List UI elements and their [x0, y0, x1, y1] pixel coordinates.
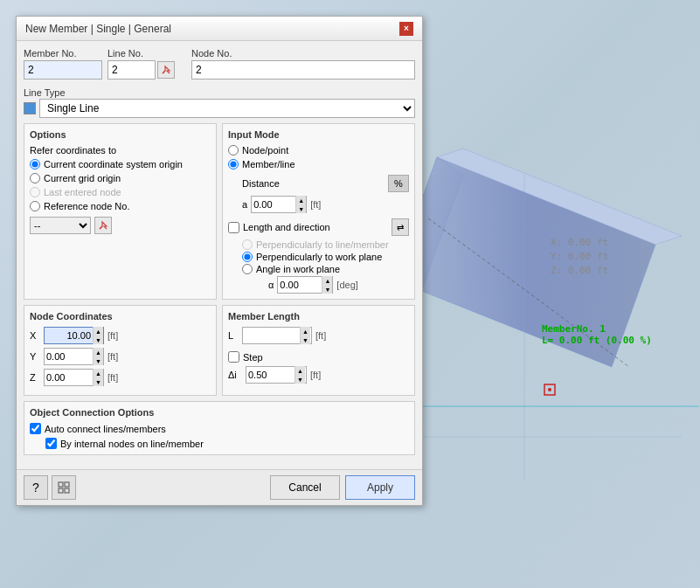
- x-up-arrow[interactable]: ▲: [93, 327, 103, 336]
- x-axis-label: X: [30, 330, 40, 341]
- z-down-arrow[interactable]: ▼: [93, 377, 103, 386]
- alpha-spinbox[interactable]: ▲ ▼: [277, 276, 333, 294]
- y-value-input[interactable]: [45, 349, 93, 364]
- apply-button[interactable]: Apply: [345, 475, 415, 500]
- y-down-arrow[interactable]: ▼: [93, 356, 103, 365]
- radio-angle-plane[interactable]: Angle in work plane: [242, 264, 409, 274]
- auto-connect-checkbox[interactable]: [30, 423, 41, 434]
- radio-ref-node[interactable]: Reference node No.: [30, 201, 211, 211]
- y-axis-label: Y: [30, 351, 40, 362]
- x-unit: [ft]: [107, 330, 118, 341]
- alpha-down-arrow[interactable]: ▼: [322, 285, 332, 294]
- alpha-up-arrow[interactable]: ▲: [322, 276, 332, 285]
- l-label: L: [228, 330, 239, 341]
- radio-current-coord-label: Current coordinate system origin: [44, 159, 183, 169]
- help-button[interactable]: ?: [24, 475, 48, 500]
- l-up-arrow[interactable]: ▲: [300, 327, 310, 336]
- refer-coords-radio-group: Current coordinate system origin Current…: [30, 159, 211, 211]
- radio-current-grid-label: Current grid origin: [44, 173, 121, 183]
- cancel-button[interactable]: Cancel: [270, 475, 340, 500]
- svg-line-10: [100, 226, 102, 229]
- radio-node-point-input[interactable]: [228, 145, 239, 156]
- radio-perp-line[interactable]: Perpendicularly to line/member: [242, 239, 409, 250]
- x-spin-arrows: ▲ ▼: [93, 327, 103, 344]
- line-no-pick-button[interactable]: [157, 61, 175, 79]
- radio-member-line-input[interactable]: [228, 159, 239, 169]
- swap-button[interactable]: ⇄: [392, 218, 409, 236]
- auto-connect-row[interactable]: Auto connect lines/members: [30, 423, 409, 434]
- member-length-title: Member Length: [228, 311, 409, 322]
- internal-nodes-label-row[interactable]: By internal nodes on line/member: [45, 438, 409, 449]
- x-down-arrow[interactable]: ▼: [93, 336, 103, 344]
- ref-node-pick-button[interactable]: [94, 217, 112, 234]
- radio-current-grid-input[interactable]: [30, 173, 40, 183]
- y-spinbox[interactable]: ▲ ▼: [44, 348, 104, 365]
- delta-value-input[interactable]: [246, 367, 295, 383]
- options-inputmode-row: Options Refer coordinates to Current coo…: [24, 123, 415, 300]
- x-coord-row: X ▲ ▼ [ft]: [30, 327, 211, 344]
- delta-spinbox[interactable]: ▲ ▼: [246, 366, 307, 384]
- dialog-titlebar: New Member | Single | General ×: [17, 17, 422, 41]
- radio-last-entered-label: Last entered node: [44, 187, 121, 197]
- z-value-input[interactable]: [45, 370, 93, 385]
- radio-angle-plane-input[interactable]: [242, 264, 253, 274]
- z-coord-row: Z ▲ ▼ [ft]: [30, 369, 211, 386]
- x-value-input[interactable]: [45, 328, 93, 343]
- a-value-input[interactable]: [252, 197, 295, 212]
- angle-row: α ▲ ▼ [deg]: [242, 276, 409, 294]
- a-down-arrow[interactable]: ▼: [295, 204, 306, 213]
- radio-current-coord[interactable]: Current coordinate system origin: [30, 159, 211, 169]
- radio-ref-node-input[interactable]: [30, 201, 40, 211]
- y-up-arrow[interactable]: ▲: [93, 348, 103, 356]
- delta-unit: [ft]: [310, 370, 321, 380]
- ref-node-select[interactable]: --: [30, 217, 91, 234]
- radio-last-entered[interactable]: Last entered node: [30, 187, 211, 197]
- internal-nodes-checkbox[interactable]: [45, 438, 57, 449]
- y-coord-row: Y ▲ ▼ [ft]: [30, 348, 211, 365]
- alpha-spin-arrows: ▲ ▼: [322, 276, 332, 294]
- line-no-label: Line No.: [107, 48, 186, 59]
- line-type-section: Line Type Single Line: [24, 86, 415, 118]
- settings-button[interactable]: [52, 475, 76, 500]
- object-connection-options-panel: Object Connection Options Auto connect l…: [24, 401, 415, 455]
- z-unit: [ft]: [107, 372, 118, 383]
- length-direction-checkbox[interactable]: [228, 222, 239, 233]
- step-section: Step Δi ▲ ▼ [ft]: [228, 351, 409, 384]
- delta-up-arrow[interactable]: ▲: [295, 366, 305, 375]
- l-value-input[interactable]: [243, 328, 300, 343]
- l-down-arrow[interactable]: ▼: [300, 336, 310, 344]
- close-button[interactable]: ×: [399, 22, 413, 36]
- l-spinbox[interactable]: ▲ ▼: [242, 327, 312, 344]
- radio-current-grid[interactable]: Current grid origin: [30, 173, 211, 183]
- radio-member-line[interactable]: Member/line: [228, 159, 409, 169]
- internal-nodes-label: By internal nodes on line/member: [60, 439, 204, 449]
- distance-row: Distance %: [228, 175, 409, 192]
- radio-angle-plane-label: Angle in work plane: [256, 264, 340, 274]
- radio-perp-plane[interactable]: Perpendicularly to work plane: [242, 252, 409, 262]
- a-up-arrow[interactable]: ▲: [295, 196, 306, 204]
- dialog-body: Member No. Line No. Node No. Li: [17, 41, 422, 469]
- a-spinbox[interactable]: ▲ ▼: [251, 196, 307, 213]
- length-direction-label: Length and direction: [243, 222, 330, 232]
- a-value-row: a ▲ ▼ [ft]: [228, 196, 409, 213]
- line-type-select[interactable]: Single Line: [39, 99, 415, 118]
- z-spinbox[interactable]: ▲ ▼: [44, 369, 104, 386]
- delta-down-arrow[interactable]: ▼: [295, 375, 305, 384]
- new-member-dialog: New Member | Single | General × Member N…: [16, 16, 423, 506]
- radio-last-entered-input: [30, 187, 40, 197]
- z-up-arrow[interactable]: ▲: [93, 369, 103, 377]
- l-unit: [ft]: [315, 330, 326, 341]
- line-no-input[interactable]: [107, 60, 156, 80]
- percent-button[interactable]: %: [388, 175, 409, 192]
- line-type-color-box: [24, 102, 36, 114]
- member-no-input[interactable]: [24, 60, 102, 80]
- y-unit: [ft]: [107, 351, 118, 362]
- step-checkbox[interactable]: [228, 351, 239, 363]
- radio-current-coord-input[interactable]: [30, 159, 40, 169]
- radio-node-point[interactable]: Node/point: [228, 145, 409, 156]
- alpha-value-input[interactable]: [278, 277, 322, 293]
- member-length-panel: Member Length L ▲ ▼ [ft]: [222, 305, 415, 396]
- node-no-input[interactable]: [191, 60, 415, 80]
- radio-perp-plane-input[interactable]: [242, 252, 253, 262]
- x-spinbox[interactable]: ▲ ▼: [44, 327, 104, 344]
